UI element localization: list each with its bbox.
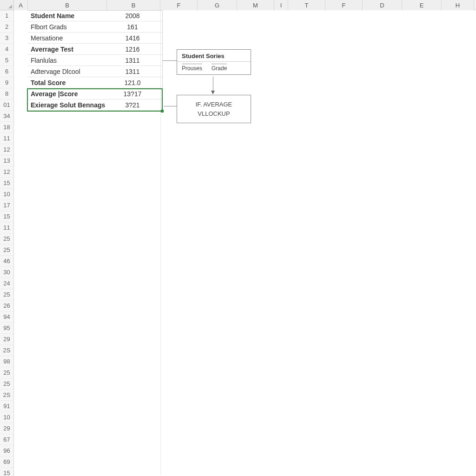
row-header[interactable]: 6 (0, 66, 13, 77)
cell-label[interactable]: Student Name (28, 12, 107, 20)
column-header[interactable]: B (107, 0, 160, 10)
table-row[interactable]: Student Name2008 (28, 10, 163, 21)
column-header[interactable]: I (274, 0, 288, 10)
column-header[interactable]: M (237, 0, 274, 10)
row-header[interactable]: 18 (0, 122, 13, 133)
row-header[interactable]: 15 (0, 211, 13, 222)
table-row[interactable]: Exierage Solut Bennags3?21 (28, 99, 163, 111)
row-header[interactable]: 46 (0, 256, 13, 267)
row-header[interactable]: 98 (0, 356, 13, 367)
row-header[interactable]: 11 (0, 222, 13, 233)
cell-value[interactable]: 1311 (107, 68, 158, 75)
table-row[interactable]: Flbort Grads161 (28, 21, 163, 33)
cell-value[interactable]: 3?21 (107, 101, 158, 109)
callout2-line1: IF. AVERAGE (183, 100, 245, 109)
cell-value[interactable]: 1416 (107, 34, 158, 42)
row-header[interactable]: 8 (0, 88, 13, 99)
table-row[interactable]: Total Score121.0 (28, 77, 163, 88)
callout-formulas: IF. AVERAGE VLLOCKUP (177, 95, 251, 123)
row-header[interactable]: 94 (0, 311, 13, 323)
cell-label[interactable]: Averrage Test (28, 46, 107, 53)
row-header[interactable]: 24 (0, 278, 13, 289)
row-header[interactable]: 2 (0, 21, 13, 33)
row-header[interactable]: 69 (0, 456, 13, 468)
connector-line-2 (164, 106, 177, 106)
row-header[interactable]: 13 (0, 155, 13, 166)
column-header[interactable]: A (14, 0, 28, 10)
row-header[interactable]: 12 (0, 166, 13, 178)
row-header[interactable]: 01 (0, 99, 13, 111)
cell-value[interactable]: 13?17 (107, 90, 158, 98)
cell-value[interactable]: 161 (107, 23, 158, 31)
cell-label[interactable]: Adtervage Dlcool (28, 68, 107, 75)
row-header[interactable]: 30 (0, 267, 13, 278)
row-header[interactable]: 9 (0, 77, 13, 88)
column-header[interactable]: E (402, 0, 442, 10)
row-header[interactable]: 25 (0, 289, 13, 300)
row-header[interactable]: 4 (0, 44, 13, 55)
table-row[interactable]: Average |Score13?17 (28, 88, 163, 99)
column-header[interactable]: F (160, 0, 198, 10)
row-header[interactable]: 95 (0, 323, 13, 334)
row-header[interactable]: 29 (0, 423, 13, 434)
row-header[interactable]: 10 (0, 412, 13, 423)
row-header[interactable]: 96 (0, 445, 13, 456)
row-header[interactable]: 17 (0, 200, 13, 211)
cell-value[interactable]: 1216 (107, 46, 158, 53)
column-header[interactable]: T (288, 0, 325, 10)
column-header-row: ABBFGMITFDEH (0, 0, 476, 10)
callout-col1: Prouses (182, 64, 202, 72)
column-header[interactable]: H (442, 0, 474, 10)
row-header[interactable]: 25 (0, 245, 13, 256)
table-row[interactable]: Adtervage Dlcool1311 (28, 66, 163, 77)
callout-student-sories: Student Sories Prouses Grade (177, 49, 251, 75)
row-header[interactable]: 25 (0, 233, 13, 245)
row-header[interactable]: 2S (0, 390, 13, 401)
cells-area[interactable]: Student Name2008Flbort Grads161Mersation… (14, 10, 476, 476)
cell-label[interactable]: Total Score (28, 79, 107, 86)
cell-value[interactable]: 121.0 (107, 79, 158, 86)
cell-label[interactable]: Flbort Grads (28, 23, 107, 31)
row-header[interactable]: 29 (0, 334, 13, 345)
row-header[interactable]: 25 (0, 367, 13, 378)
row-header[interactable]: 91 (0, 401, 13, 412)
row-header[interactable]: 12 (0, 144, 13, 155)
row-header[interactable]: 5 (0, 55, 13, 66)
row-header[interactable]: 67 (0, 434, 13, 445)
cell-label[interactable]: Mersatione (28, 34, 107, 42)
connector-vertical (213, 77, 213, 91)
cell-label[interactable]: Flanlulas (28, 57, 107, 64)
row-header[interactable]: 11 (0, 133, 13, 144)
row-header[interactable]: 34 (0, 111, 13, 122)
callout2-line2: VLLOCKUP (183, 109, 245, 119)
row-header[interactable]: 26 (0, 300, 13, 311)
spreadsheet-grid: ABBFGMITFDEH 123456980134181112131215101… (0, 0, 476, 476)
connector-line (163, 60, 177, 61)
table-row[interactable]: Averrage Test1216 (28, 44, 163, 55)
row-header[interactable]: 15 (0, 178, 13, 189)
row-header[interactable]: 1 (0, 10, 13, 21)
row-header[interactable]: 2S (0, 345, 13, 356)
callout-title: Student Sories (177, 50, 251, 62)
column-header[interactable]: F (325, 0, 363, 10)
arrow-down-icon (211, 91, 215, 94)
column-header[interactable]: B (28, 0, 107, 10)
column-header[interactable]: D (363, 0, 402, 10)
row-header[interactable]: 3 (0, 33, 13, 44)
cell-label[interactable]: Average |Score (28, 90, 107, 98)
cell-value[interactable]: 2008 (107, 12, 158, 20)
table-row[interactable]: Mersatione1416 (28, 33, 163, 44)
cell-label[interactable]: Exierage Solut Bennags (28, 101, 107, 109)
row-header[interactable]: 10 (0, 189, 13, 200)
row-header-column: 1234569801341811121312151017151125254630… (0, 10, 14, 476)
cell-value[interactable]: 1311 (107, 57, 158, 64)
data-table: Student Name2008Flbort Grads161Mersation… (28, 10, 163, 111)
table-row[interactable]: Flanlulas1311 (28, 55, 163, 66)
column-header[interactable]: G (198, 0, 237, 10)
callout-col2: Grade (212, 64, 227, 72)
row-header[interactable]: 15 (0, 468, 13, 476)
row-header[interactable]: 25 (0, 378, 13, 390)
select-all-corner[interactable] (0, 0, 14, 10)
